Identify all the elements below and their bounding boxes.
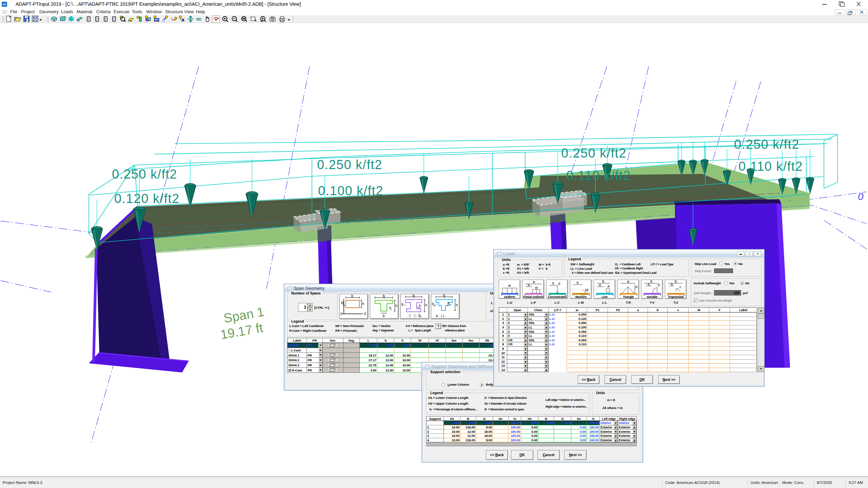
svg-text:b→| |←: b→| |← <box>436 314 448 318</box>
svg-text:0.250 k/ft2: 0.250 k/ft2 <box>112 167 177 181</box>
svg-text:a: a <box>576 280 579 284</box>
svg-text:b→: b→ <box>401 302 407 306</box>
svg-text:0.250 k/ft2: 0.250 k/ft2 <box>561 146 627 160</box>
svg-text:0: 0 <box>858 191 864 202</box>
svg-text:0.120 k/ft2: 0.120 k/ft2 <box>114 191 180 206</box>
svg-text:m: m <box>449 303 451 306</box>
svg-text:b: b <box>383 314 385 318</box>
svg-text:P: P <box>658 284 660 287</box>
svg-text:0: 0 <box>364 312 366 316</box>
svg-text:f: f <box>391 308 392 311</box>
svg-text:c: c <box>679 285 681 289</box>
svg-text:b: b <box>650 280 652 283</box>
svg-text:h: h <box>395 304 397 308</box>
svg-text:w: w <box>508 283 511 287</box>
svg-text:P: P <box>635 286 638 289</box>
svg-text:b: b <box>627 280 629 284</box>
svg-text:→|: →| <box>406 313 411 317</box>
svg-text:b: b <box>533 280 535 284</box>
svg-text:a: a <box>599 283 601 287</box>
svg-text:w: w <box>535 285 538 289</box>
svg-text:h: h <box>362 302 364 306</box>
svg-text:0.110 k/ft2: 0.110 k/ft2 <box>738 159 803 174</box>
svg-text:P: P <box>608 285 610 289</box>
svg-text:a: a <box>671 282 673 286</box>
svg-text:a: a <box>648 282 650 286</box>
svg-text:b: b <box>602 280 604 283</box>
svg-text:m: m <box>418 306 420 309</box>
svg-text:h: h <box>425 303 427 307</box>
svg-text:0.100 k/ft2: 0.100 k/ft2 <box>318 184 383 198</box>
svg-text:F: F <box>558 282 561 286</box>
svg-text:M: M <box>585 288 588 292</box>
svg-text:b: b <box>675 280 677 283</box>
svg-text:h: h <box>343 304 345 307</box>
svg-text:0.250 k/ft2: 0.250 k/ft2 <box>317 158 382 172</box>
svg-text:a: a <box>552 281 554 285</box>
svg-text:0.250 k/ft2: 0.250 k/ft2 <box>734 137 800 151</box>
svg-text:b: b <box>351 294 353 298</box>
svg-text:a: a <box>528 283 530 287</box>
svg-text:m: m <box>419 315 421 318</box>
svg-text:h: h <box>456 303 458 307</box>
svg-text:m: m <box>433 304 436 307</box>
svg-text:0.110 k/ft2: 0.110 k/ft2 <box>566 168 631 183</box>
svg-text:0: 0 <box>340 312 342 316</box>
